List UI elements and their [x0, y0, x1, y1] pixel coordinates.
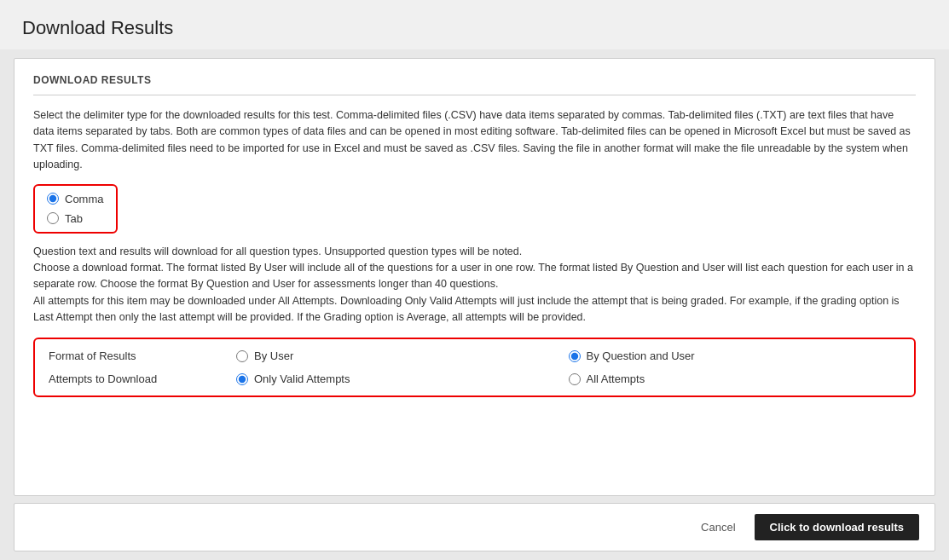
comma-radio[interactable] [47, 193, 59, 205]
only-valid-radio[interactable] [236, 373, 248, 385]
all-attempts-radio[interactable] [569, 373, 581, 385]
footer-card: Cancel Click to download results [14, 503, 935, 551]
comma-label: Comma [65, 193, 104, 205]
all-attempts-label: All Attempts [587, 372, 645, 385]
page-title: Download Results [22, 17, 927, 39]
tab-label: Tab [65, 212, 83, 225]
by-question-user-label: By Question and User [587, 349, 695, 362]
by-user-radio[interactable] [236, 350, 248, 362]
comma-option[interactable]: Comma [47, 193, 104, 205]
attempts-label: Attempts to Download [49, 372, 236, 385]
download-button[interactable]: Click to download results [755, 514, 919, 540]
format-label: Format of Results [49, 349, 236, 362]
options-box: Format of Results By User By Question an… [33, 338, 916, 397]
tab-option[interactable]: Tab [47, 212, 104, 225]
cancel-button[interactable]: Cancel [691, 516, 745, 539]
all-attempts-option[interactable]: All Attempts [569, 372, 901, 385]
delimiter-options-box: Comma Tab [33, 184, 118, 234]
info-text-1: Question text and results will download … [33, 244, 916, 326]
only-valid-label: Only Valid Attempts [254, 372, 350, 385]
by-user-label: By User [254, 349, 293, 362]
tab-radio[interactable] [47, 212, 59, 224]
section-heading: DOWNLOAD RESULTS [33, 74, 916, 95]
by-user-option[interactable]: By User [236, 349, 569, 362]
only-valid-option[interactable]: Only Valid Attempts [236, 372, 569, 385]
by-question-user-option[interactable]: By Question and User [569, 349, 901, 362]
description-text: Select the delimiter type for the downlo… [33, 107, 916, 174]
by-question-user-radio[interactable] [569, 350, 581, 362]
